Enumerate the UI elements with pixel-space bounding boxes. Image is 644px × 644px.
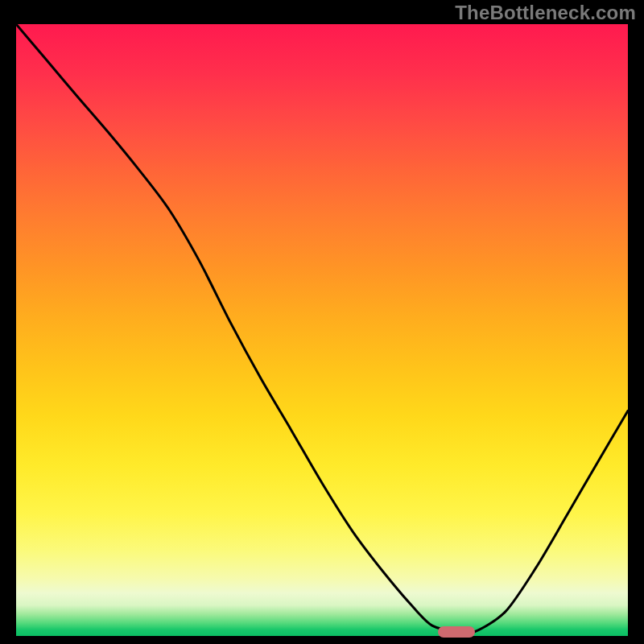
chart-frame: TheBottleneck.com	[0, 0, 644, 644]
line-curve	[16, 24, 628, 636]
plot-area	[16, 24, 628, 636]
min-marker-pill	[438, 626, 475, 638]
watermark-text: TheBottleneck.com	[455, 2, 636, 24]
